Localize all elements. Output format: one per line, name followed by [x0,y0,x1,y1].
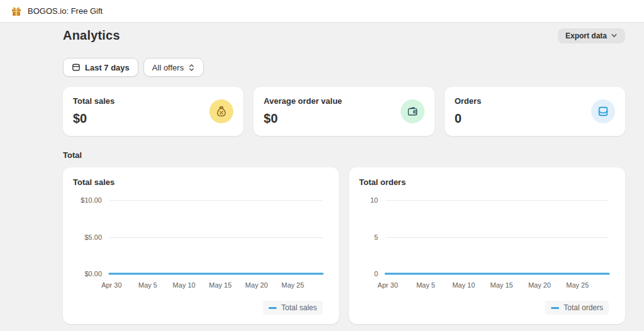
y-axis-tick: $0.00 [84,270,102,278]
stat-card-total-sales: Total sales $0 [63,87,243,136]
calendar-icon [72,63,80,72]
offers-filter-label: All offers [152,63,184,72]
x-axis-tick: May 5 [138,281,157,289]
x-axis-tick: May 20 [528,281,551,289]
x-axis-tick: May 10 [452,281,475,289]
chart-legend: Total orders [545,301,609,315]
wallet-icon [401,99,425,123]
x-axis-tick: May 20 [245,281,268,289]
stat-card-row: Total sales $0 Average order value $0 [63,87,625,136]
chart-title: Total orders [359,177,615,187]
legend-label: Total sales [281,303,317,312]
offers-filter-select[interactable]: All offers [143,58,204,77]
x-axis-tick: May 25 [566,281,589,289]
page-header-row: Analytics Export data [63,23,625,44]
y-axis-tick: 0 [374,270,378,278]
x-axis-tick: May 15 [491,281,513,289]
data-line-layer [386,200,609,274]
gift-icon [11,6,22,17]
app-header: BOGOS.io: Free Gift [0,0,644,23]
y-axis: $10.00$5.00$0.00 [73,200,102,274]
money-bag-icon [209,99,233,123]
y-axis: 1050 [359,200,378,274]
x-axis: Apr 30May 5May 10May 15May 20May 25 [109,281,323,290]
chart-legend: Total sales [263,301,323,315]
stat-label: Orders [455,96,615,106]
chart-card-total-sales: Total sales $10.00$5.00$0.00 Apr 30May 5… [63,167,339,324]
stat-card-average-order-value: Average order value $0 [253,87,434,136]
stat-label: Total sales [73,96,233,106]
export-data-label: Export data [565,31,607,40]
updown-caret-icon [188,64,195,72]
stat-card-orders: Orders 0 [445,87,625,136]
y-axis-tick: $5.00 [84,233,102,241]
legend-label: Total orders [564,303,603,312]
plot-area [109,200,323,274]
filter-row: Last 7 days All offers [63,58,625,77]
stat-label: Average order value [264,96,424,106]
analytics-page: Analytics Export data Last 7 days All of… [63,23,625,324]
date-range-filter-button[interactable]: Last 7 days [63,58,138,77]
x-axis-tick: May 15 [209,281,231,289]
y-axis-tick: 5 [374,233,378,241]
x-axis-tick: May 10 [173,281,196,289]
plot-area [386,200,609,274]
legend-line-swatch [551,307,559,309]
legend-line-swatch [269,307,277,309]
export-data-button[interactable]: Export data [558,28,625,43]
section-label-total: Total [63,150,625,160]
data-line-layer [109,200,323,274]
y-axis-tick: $10.00 [80,196,102,204]
x-axis-tick: May 5 [416,281,435,289]
chart-title: Total sales [73,177,329,187]
x-axis-tick: Apr 30 [377,281,397,289]
chart-card-total-orders: Total orders 1050 Apr 30May 5May 10May 1… [349,167,625,324]
x-axis-tick: Apr 30 [101,281,121,289]
y-axis-tick: 10 [370,196,378,204]
x-axis-tick: May 25 [281,281,304,289]
app-title: BOGOS.io: Free Gift [28,6,103,16]
chevron-down-icon [611,32,618,39]
chart-row: Total sales $10.00$5.00$0.00 Apr 30May 5… [63,167,625,324]
date-range-filter-label: Last 7 days [85,63,130,72]
x-axis: Apr 30May 5May 10May 15May 20May 25 [386,281,609,290]
page-title: Analytics [63,28,120,43]
order-bag-icon [591,99,615,123]
